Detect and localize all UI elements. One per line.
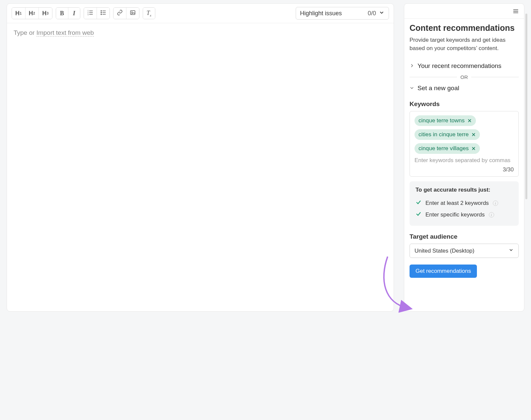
remove-chip-icon[interactable] (467, 118, 472, 123)
highlight-issues-label: Highlight issues (300, 10, 342, 17)
format-group: B I (56, 7, 80, 19)
chip-label: cinque terre villages (418, 145, 469, 152)
tip-text: Enter at least 2 keywords (425, 200, 489, 207)
import-from-web-link[interactable]: Import text from web (37, 29, 94, 36)
sidebar-title: Content recommendations (410, 23, 519, 33)
recent-recommendations-toggle[interactable]: Your recent recommendations (410, 59, 519, 73)
editor-toolbar: H1 H2 H3 B I 1 2 3 (7, 4, 394, 23)
chevron-down-icon (379, 10, 385, 17)
highlight-issues-dropdown[interactable]: Highlight issues 0/0 (296, 7, 389, 20)
or-divider: OR (410, 74, 519, 80)
chevron-down-icon (508, 247, 514, 254)
info-icon[interactable]: i (493, 201, 498, 206)
app-layout: H1 H2 H3 B I 1 2 3 (7, 3, 524, 312)
tip-text: Enter specific keywords (425, 211, 485, 218)
sidebar-header (404, 4, 524, 19)
or-text: OR (460, 74, 468, 80)
keyword-chip: cinque terre villages (415, 143, 480, 154)
ordered-list-icon: 1 2 3 (87, 10, 93, 17)
bullet-list-button[interactable] (97, 8, 110, 19)
clear-format-icon: Tx (146, 10, 151, 17)
tips-box: To get accurate results just: Enter at l… (410, 181, 519, 226)
image-button[interactable] (126, 8, 139, 19)
editor-panel: H1 H2 H3 B I 1 2 3 (7, 3, 394, 312)
editor-placeholder-prefix: Type or (14, 29, 37, 36)
cta-label: Get recommendations (416, 268, 471, 274)
image-icon (130, 10, 136, 17)
remove-chip-icon[interactable] (471, 132, 476, 137)
h3-button[interactable]: H3 (38, 8, 52, 19)
h2-button[interactable]: H2 (25, 8, 39, 19)
chip-label: cities in cinque terre (418, 131, 469, 138)
bold-button[interactable]: B (56, 8, 68, 19)
h1-button[interactable]: H1 (12, 8, 25, 19)
bullet-list-icon (100, 10, 106, 17)
ordered-list-button[interactable]: 1 2 3 (84, 8, 97, 19)
heading-group: H1 H2 H3 (12, 7, 52, 19)
link-button[interactable] (114, 8, 126, 19)
svg-text:1: 1 (87, 10, 88, 12)
svg-point-13 (131, 12, 132, 12)
svg-point-6 (101, 10, 102, 11)
keywords-heading: Keywords (410, 100, 519, 108)
recommendations-sidebar: Content recommendations Provide target k… (404, 3, 524, 312)
info-icon[interactable]: i (489, 212, 494, 217)
chip-label: cinque terre towns (418, 117, 465, 124)
italic-button[interactable]: I (68, 8, 80, 19)
check-icon (416, 211, 421, 218)
check-icon (416, 199, 421, 207)
chevron-right-icon (410, 62, 414, 70)
sidebar-scrollbar[interactable] (525, 14, 527, 199)
target-audience-value: United States (Desktop) (415, 248, 474, 254)
list-group: 1 2 3 (84, 7, 110, 19)
hamburger-icon[interactable] (512, 8, 519, 16)
svg-point-7 (101, 12, 102, 13)
remove-chip-icon[interactable] (471, 146, 476, 151)
tip-row: Enter at least 2 keywords i (416, 197, 513, 209)
target-audience-select[interactable]: United States (Desktop) (410, 244, 519, 258)
sidebar-content: Content recommendations Provide target k… (404, 19, 524, 284)
keyword-chip: cities in cinque terre (415, 129, 480, 140)
keyword-chip: cinque terre towns (415, 115, 476, 126)
keywords-input-box[interactable]: cinque terre towns cities in cinque terr… (410, 111, 519, 177)
svg-point-8 (101, 14, 102, 15)
chevron-down-icon (410, 85, 414, 92)
editor-body[interactable]: Type or Import text from web (7, 23, 394, 311)
set-new-goal-label: Set a new goal (417, 85, 459, 92)
recent-recommendations-label: Your recent recommendations (417, 62, 501, 70)
tips-heading: To get accurate results just: (416, 187, 513, 193)
link-icon (117, 10, 123, 17)
sidebar-description: Provide target keywords and get ideas ba… (410, 36, 519, 52)
insert-group (113, 7, 139, 19)
keywords-count: 3/30 (415, 166, 514, 174)
target-audience-heading: Target audience (410, 233, 519, 240)
svg-text:3: 3 (87, 14, 88, 16)
tip-row: Enter specific keywords i (416, 209, 513, 220)
get-recommendations-button[interactable]: Get recommendations (410, 265, 477, 278)
keywords-placeholder[interactable]: Enter keywords separated by commas (415, 157, 514, 164)
set-new-goal-toggle[interactable]: Set a new goal (410, 81, 519, 95)
highlight-issues-count: 0/0 (368, 10, 376, 17)
keyword-chips: cinque terre towns cities in cinque terr… (415, 115, 514, 154)
svg-text:2: 2 (87, 12, 88, 14)
clear-format-button[interactable]: Tx (143, 8, 155, 19)
clear-format-group: Tx (143, 7, 155, 19)
